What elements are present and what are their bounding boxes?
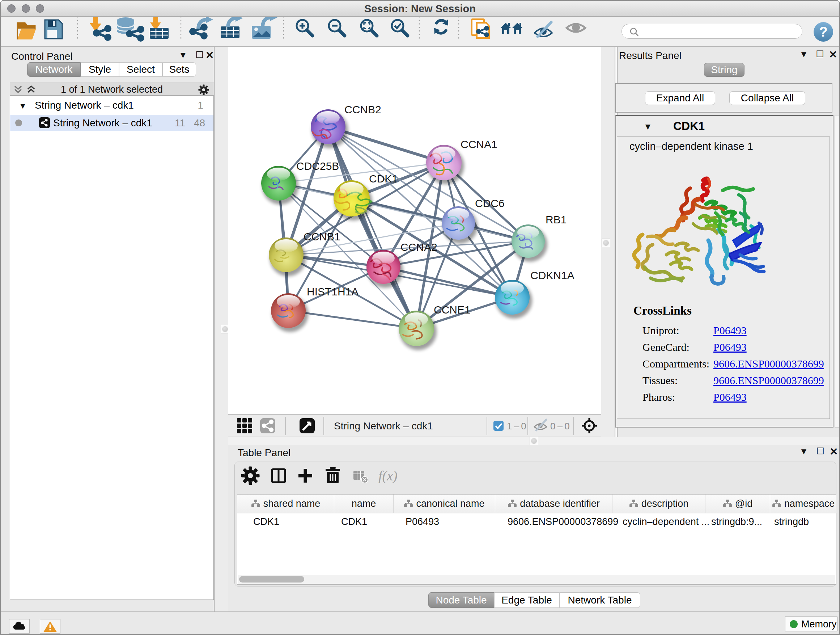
svg-text:CDC6: CDC6 [475, 197, 505, 209]
svg-text:CCNA2: CCNA2 [401, 241, 437, 253]
svg-text:CDKN1A: CDKN1A [531, 269, 575, 281]
svg-text:CCNE1: CCNE1 [434, 304, 471, 316]
svg-text:CCNB2: CCNB2 [344, 103, 381, 116]
svg-text:CDC25B: CDC25B [296, 160, 339, 172]
svg-text:CCNA1: CCNA1 [461, 138, 497, 150]
svg-text:String Network – cdk1: String Network – cdk1 [334, 420, 433, 432]
svg-text:0 – 0: 0 – 0 [550, 421, 570, 432]
svg-text:HIST1H1A: HIST1H1A [307, 286, 358, 298]
svg-text:1 – 0: 1 – 0 [507, 421, 526, 432]
svg-text:CDK1: CDK1 [369, 173, 398, 185]
svg-text:RB1: RB1 [546, 214, 567, 226]
svg-text:f(x): f(x) [378, 468, 398, 484]
svg-text:CCNB1: CCNB1 [303, 231, 340, 242]
